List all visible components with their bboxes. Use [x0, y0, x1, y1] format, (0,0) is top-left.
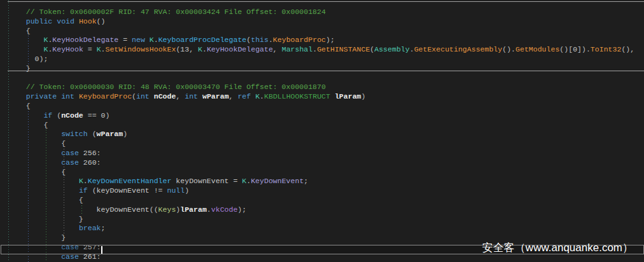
syntax-token-fl: KeyHook	[52, 45, 83, 53]
syntax-token-pl: =	[229, 177, 242, 185]
syntax-token-pl: ((	[150, 205, 158, 214]
syntax-token-pl	[330, 92, 335, 100]
syntax-token-pl	[8, 36, 43, 44]
code-line[interactable]: break;	[0, 224, 644, 233]
syntax-token-pl: ().	[502, 45, 515, 53]
code-line[interactable]: // Token: 0x06000030 RID: 48 RVA: 0x0000…	[0, 83, 644, 92]
code-line[interactable]: K.KeyDownEventHandler keyDownEvent = K.K…	[0, 177, 644, 186]
syntax-token-pl	[8, 186, 79, 195]
code-line[interactable]: K.KeyHook = K.SetWindowsHookEx(13, K.Key…	[0, 45, 644, 55]
syntax-token-f2: vkCode	[211, 205, 238, 214]
syntax-token-ty: Marshal	[282, 45, 313, 53]
syntax-token-pl: )	[361, 92, 366, 100]
code-line[interactable]: {	[0, 139, 644, 149]
code-line[interactable]: // Token: 0x0600002F RID: 47 RVA: 0x0000…	[0, 8, 644, 17]
syntax-token-kw: void	[57, 17, 74, 25]
syntax-token-pl: =	[83, 45, 97, 53]
syntax-token-pl: .	[260, 92, 264, 100]
syntax-token-fl: KeyHookDelegate	[207, 45, 273, 53]
indent-guide-method2-body	[28, 111, 29, 262]
text-caret	[101, 246, 102, 254]
syntax-token-pl: );	[237, 205, 246, 214]
code-line[interactable]: case 260:	[0, 158, 644, 168]
syntax-token-kw: private	[8, 92, 57, 100]
syntax-token-pm: wParam	[97, 130, 123, 138]
syntax-token-pl	[8, 205, 97, 214]
syntax-token-pl: (	[132, 92, 136, 100]
code-line[interactable]: keyDownEvent((Keys)lParam.vkCode);	[0, 205, 644, 215]
syntax-token-kw: int	[136, 92, 150, 100]
code-line[interactable]: }	[0, 64, 644, 74]
syntax-token-pl	[79, 158, 83, 167]
code-line[interactable]: {	[0, 168, 644, 177]
code-line[interactable]: {	[0, 102, 644, 111]
syntax-token-pl: =	[118, 36, 132, 44]
syntax-token-pl: (	[88, 130, 97, 138]
member-separator-top	[8, 1, 644, 2]
syntax-token-pl: )	[123, 130, 127, 138]
code-line[interactable]: case 256:	[0, 149, 644, 158]
syntax-token-ty: K	[150, 36, 154, 44]
syntax-token-nu: 256	[83, 149, 97, 157]
syntax-token-pl: ,	[176, 92, 185, 100]
syntax-token-pl	[79, 149, 83, 157]
syntax-token-dg: KeyDownEventHandler	[88, 177, 172, 185]
code-line[interactable]: if (nCode == 0)	[0, 111, 644, 121]
syntax-token-ty: K	[198, 45, 202, 53]
indent-guide-switch-block	[64, 149, 64, 233]
syntax-token-pl: {	[8, 102, 31, 110]
syntax-token-pl: :	[97, 158, 101, 167]
syntax-token-pl: (),	[621, 45, 634, 53]
watermark: 安全客（www.anquanke.com）	[482, 241, 633, 254]
indent-guide-type-block	[8, 0, 9, 262]
syntax-token-pl: {	[8, 168, 66, 176]
syntax-token-fl: KeyHookDelegate	[52, 36, 118, 44]
decompiler-code-editor[interactable]: // Token: 0x0600002F RID: 47 RVA: 0x0000…	[0, 0, 644, 262]
code-line[interactable]: }	[0, 215, 644, 224]
syntax-token-pl: );	[326, 36, 335, 44]
syntax-token-pl	[8, 55, 35, 63]
code-line[interactable]: 0);	[0, 55, 644, 64]
syntax-token-pl	[74, 17, 79, 25]
syntax-token-pl: ,	[189, 45, 198, 53]
code-line[interactable]: {	[0, 196, 644, 205]
code-line[interactable]: K.KeyHookDelegate = new K.KeyboardProcDe…	[0, 36, 644, 45]
syntax-token-en: Keys	[158, 205, 176, 214]
syntax-token-pl: .	[154, 36, 158, 44]
indent-guide-method1-body	[28, 36, 29, 64]
syntax-token-pl	[8, 149, 61, 157]
syntax-token-pl: ,	[273, 45, 282, 53]
syntax-token-nu: 0	[35, 55, 39, 63]
syntax-token-pl	[74, 92, 79, 100]
syntax-token-pl: .	[101, 45, 106, 53]
syntax-token-mt: KeyboardProc	[79, 92, 132, 100]
syntax-token-pl: .	[269, 36, 273, 44]
syntax-token-pl: ()	[97, 17, 106, 25]
syntax-token-ty: Assembly	[374, 45, 409, 53]
syntax-token-pl: !=	[150, 186, 167, 195]
code-line[interactable]: if (keyDownEvent != null)	[0, 186, 644, 196]
syntax-token-kw: if	[79, 186, 88, 195]
syntax-token-pl: ;	[101, 224, 106, 232]
syntax-token-pl	[8, 130, 61, 138]
syntax-token-pl: );	[39, 55, 48, 63]
code-line[interactable]: public void Hook()	[0, 17, 644, 27]
syntax-token-pl: {	[8, 27, 31, 35]
syntax-token-st: KBDLLHOOKSTRUCT	[264, 92, 330, 100]
code-line[interactable]: switch (wParam)	[0, 130, 644, 139]
syntax-token-kw: int	[61, 92, 74, 100]
syntax-token-kw: int	[185, 92, 198, 100]
member-separator-middle	[8, 71, 644, 71]
syntax-token-cm: // Token: 0x06000030 RID: 48 RVA: 0x0000…	[8, 83, 326, 91]
code-line[interactable]: private int KeyboardProc(int nCode, int …	[0, 92, 644, 102]
syntax-token-kw: public	[8, 17, 52, 25]
code-line[interactable]: {	[0, 121, 644, 130]
syntax-token-lo: keyDownEvent	[176, 177, 228, 185]
syntax-token-kw: ref	[237, 92, 251, 100]
code-line[interactable]: {	[0, 27, 644, 36]
code-line[interactable]	[0, 74, 644, 83]
syntax-token-pm: nCode	[61, 111, 83, 120]
syntax-token-pl: ==	[83, 111, 101, 120]
syntax-token-pl: )	[105, 111, 109, 120]
indent-guide-inner-if-block	[81, 205, 82, 215]
